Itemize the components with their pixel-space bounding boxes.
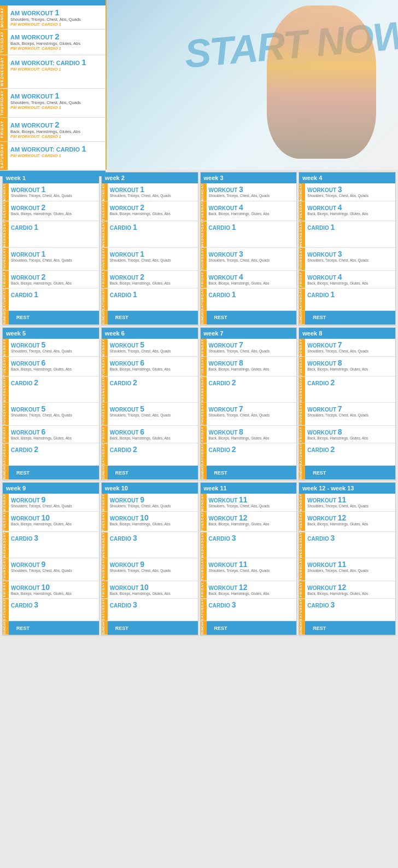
day-content-SATURDAY: CARDIO 1 — [305, 288, 395, 310]
day-content-WEDNESDAY: CARDIO 1 — [108, 221, 198, 247]
day-content-THURSDAY: WORKOUT 11Shoulders, Triceps, Chest, Abs… — [305, 558, 395, 581]
kickstart-day-tuesday: TUESDAY AM WORKOUT 2 Back, Biceps, Hamst… — [0, 30, 106, 55]
day-label-WEDNESDAY: WEDNESDAY — [3, 377, 9, 402]
day-row-FRIDAY: FRIDAYWORKOUT 6Back, Biceps, Hamstrings,… — [102, 426, 198, 443]
cardio-title: CARDIO 2 — [11, 445, 97, 454]
week-header-1: week 6 — [102, 328, 198, 339]
workout-title: WORKOUT 7 — [307, 404, 393, 413]
day-label-FRIDAY: FRIDAY — [102, 426, 108, 443]
day-label-FRIDAY: FRIDAY — [3, 581, 9, 598]
day-row-THURSDAY: THURSDAYWORKOUT 11Shoulders, Triceps, Ch… — [299, 558, 395, 581]
workout-title: WORKOUT 9 — [110, 495, 196, 504]
workout-muscles: Back, Biceps, Hamstrings, Glutes, Abs — [307, 212, 393, 216]
day-content-TUESDAY: WORKOUT 10Back, Biceps, Hamstrings, Glut… — [108, 512, 198, 531]
workout-muscles: Shoulders, Triceps, Chest, Abs, Quads — [307, 504, 393, 508]
day-content-TUESDAY: WORKOUT 4Back, Biceps, Hamstrings, Glute… — [207, 201, 297, 221]
cardio-title: CARDIO 1 — [11, 223, 97, 232]
day-label-SATURDAY: SATURDAY — [3, 599, 9, 621]
day-row-SATURDAY: SATURDAYCARDIO 2 — [102, 443, 198, 466]
day-label-FRIDAY: FRIDAY — [201, 426, 207, 443]
cardio-title: CARDIO 2 — [209, 445, 295, 454]
day-content-WEDNESDAY: CARDIO 2 — [9, 377, 99, 402]
day-label-MONDAY: MONDAY — [299, 183, 305, 201]
day-content-TUESDAY: WORKOUT 12Back, Biceps, Hamstrings, Glut… — [305, 512, 395, 531]
day-content-FRIDAY: WORKOUT 8Back, Biceps, Hamstrings, Glute… — [207, 426, 297, 443]
workout-muscles: Shoulders, Triceps, Chest, Abs, Quads — [209, 413, 295, 418]
week-block-week-12---week-13: week 12 - week 13MONDAYWORKOUT 11Shoulde… — [298, 482, 396, 636]
week-block-week-5: week 5MONDAYWORKOUT 5Shoulders, Triceps,… — [2, 327, 99, 481]
workout-muscles: Shoulders, Triceps, Chest, Abs, Quads — [209, 349, 295, 354]
kickstart-rest — [0, 171, 106, 176]
rest-content: REST — [108, 311, 198, 325]
kickstart-content-monday: AM WORKOUT 1 Shoulders, Triceps, Chest, … — [8, 5, 106, 29]
workout-muscles: Back, Biceps, Hamstrings, Glutes, Abs — [307, 281, 393, 286]
day-label-WEDNESDAY: WEDNESDAY — [201, 532, 207, 558]
workout-muscles: Shoulders, Triceps, Chest, Abs, Quads — [110, 504, 196, 508]
workout-muscles: Shoulders, Triceps, Chest, Abs, Quads — [110, 194, 196, 198]
day-row-MONDAY: MONDAYWORKOUT 1Shoulders, Triceps, Chest… — [102, 183, 198, 201]
day-label-WEDNESDAY: WEDNESDAY — [299, 221, 305, 247]
day-row-WEDNESDAY: WEDNESDAYCARDIO 1 — [3, 221, 99, 247]
day-row-TUESDAY: TUESDAYWORKOUT 2Back, Biceps, Hamstrings… — [102, 201, 198, 221]
workout-title: WORKOUT 6 — [110, 358, 196, 367]
day-content-TUESDAY: WORKOUT 2Back, Biceps, Hamstrings, Glute… — [108, 201, 198, 221]
day-content-SATURDAY: CARDIO 1 — [9, 288, 99, 310]
workout-title: WORKOUT 5 — [11, 404, 97, 413]
day-row-MONDAY: MONDAYWORKOUT 5Shoulders, Triceps, Chest… — [3, 339, 99, 357]
day-label-THURSDAY: THURSDAY — [3, 248, 9, 270]
cardio-title: CARDIO 2 — [307, 445, 393, 454]
workout-title: WORKOUT 5 — [110, 404, 196, 413]
day-label-FRIDAY: FRIDAY — [299, 271, 305, 288]
week-header-2: week 3 — [201, 172, 297, 183]
workout-muscles: Back, Biceps, Hamstrings, Glutes, Abs — [11, 212, 97, 216]
day-content-WEDNESDAY: CARDIO 2 — [108, 377, 198, 402]
workout-title: WORKOUT 12 — [307, 583, 393, 592]
day-row-THURSDAY: THURSDAYWORKOUT 7Shoulders, Triceps, Che… — [299, 403, 395, 426]
workout-muscles: Shoulders, Triceps, Chest, Abs, Quads — [11, 349, 97, 354]
day-label-FRIDAY: FRIDAY — [102, 271, 108, 288]
pm-workout-friday: PM WORKOUT: CARDIO 1 — [10, 134, 103, 139]
workout-muscles: Shoulders, Triceps, Chest, Abs, Quads — [11, 194, 97, 198]
day-label-SATURDAY: SATURDAY — [201, 443, 207, 465]
rest-content: REST — [305, 311, 395, 325]
week-header-3: week 4 — [299, 172, 395, 183]
day-row-MONDAY: MONDAYWORKOUT 3Shoulders, Triceps, Chest… — [299, 183, 395, 201]
cardio-title: CARDIO 3 — [307, 534, 393, 542]
rest-content: REST — [9, 621, 99, 635]
day-content-SATURDAY: CARDIO 3 — [9, 599, 99, 621]
day-row-WEDNESDAY: WEDNESDAYCARDIO 3 — [299, 532, 395, 558]
day-label-TUESDAY: TUESDAY — [201, 201, 207, 221]
kickstart-header — [0, 0, 106, 5]
day-row-MONDAY: MONDAYWORKOUT 3Shoulders, Triceps, Chest… — [201, 183, 297, 201]
rest-content: REST — [207, 621, 297, 635]
day-row-FRIDAY: FRIDAYWORKOUT 8Back, Biceps, Hamstrings,… — [201, 426, 297, 443]
day-row-FRIDAY: FRIDAYWORKOUT 4Back, Biceps, Hamstrings,… — [299, 271, 395, 288]
kickstart-panel: MONDAY AM WORKOUT 1 Shoulders, Triceps, … — [0, 0, 107, 170]
day-row-THURSDAY: THURSDAYWORKOUT 9Shoulders, Triceps, Che… — [102, 558, 198, 581]
cardio-title: CARDIO 2 — [110, 378, 196, 387]
day-content-FRIDAY: WORKOUT 6Back, Biceps, Hamstrings, Glute… — [9, 426, 99, 443]
sunday-label: SUNDAY — [102, 466, 108, 479]
day-label-THURSDAY: THURSDAY — [299, 558, 305, 581]
day-label-TUESDAY: TUESDAY — [299, 201, 305, 221]
day-label-FRIDAY: FRIDAY — [102, 581, 108, 598]
day-row-WEDNESDAY: WEDNESDAYCARDIO 3 — [201, 532, 297, 558]
cardio-title: CARDIO 1 — [209, 223, 295, 232]
rest-content: REST — [9, 466, 99, 479]
day-content-THURSDAY: WORKOUT 5Shoulders, Triceps, Chest, Abs,… — [9, 403, 99, 425]
workout-title: WORKOUT 1 — [11, 250, 97, 258]
day-content-FRIDAY: WORKOUT 2Back, Biceps, Hamstrings, Glute… — [9, 271, 99, 288]
day-content-WEDNESDAY: CARDIO 2 — [305, 377, 395, 402]
day-label-TUESDAY: TUESDAY — [299, 512, 305, 531]
day-row-FRIDAY: FRIDAYWORKOUT 10Back, Biceps, Hamstrings… — [3, 581, 99, 599]
day-label-SATURDAY: SATURDAY — [299, 288, 305, 310]
day-label-WEDNESDAY: WEDNESDAY — [3, 532, 9, 558]
day-label-THURSDAY: THURSDAY — [299, 403, 305, 425]
day-content-WEDNESDAY: CARDIO 3 — [305, 532, 395, 558]
day-row-THURSDAY: THURSDAYWORKOUT 5Shoulders, Triceps, Che… — [102, 403, 198, 426]
pm-workout-thursday: PM WORKOUT: CARDIO 1 — [10, 105, 103, 110]
day-row-TUESDAY: TUESDAYWORKOUT 10Back, Biceps, Hamstring… — [102, 512, 198, 531]
day-label-SATURDAY: SATURDAY — [299, 599, 305, 621]
rest-content: REST — [9, 311, 99, 325]
day-label-WEDNESDAY: WEDNESDAY — [102, 377, 108, 402]
